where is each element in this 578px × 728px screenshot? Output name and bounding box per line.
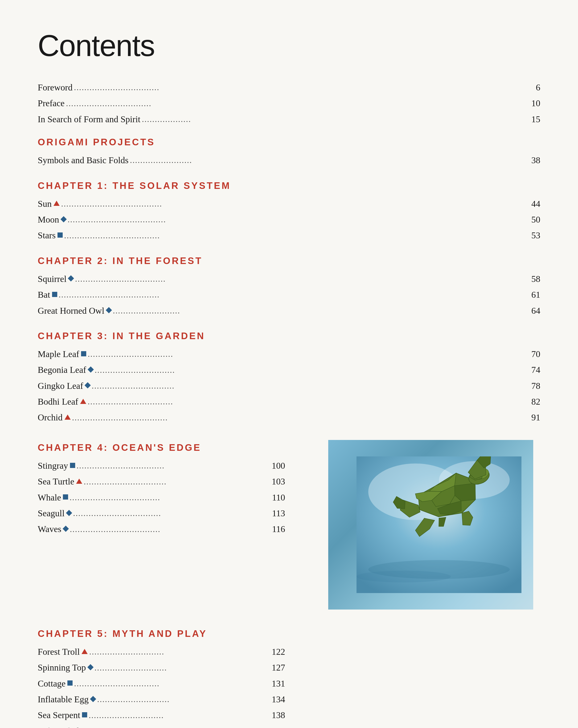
entry-label: Stars	[38, 230, 56, 241]
list-item: Foreword ...............................…	[38, 82, 540, 93]
entry-page: 82	[522, 396, 540, 408]
entry-page: 103	[266, 476, 285, 487]
chapter-heading: ORIGAMI PROJECTS	[38, 137, 540, 148]
entry-dots: ......................................	[68, 214, 520, 225]
list-item: Begonia Leaf ...........................…	[38, 364, 540, 376]
section-origami-projects: ORIGAMI PROJECTS Symbols and Basic Folds…	[38, 137, 540, 166]
entry-label: Gingko Leaf	[38, 380, 83, 392]
entry-dots: ................................	[84, 476, 265, 487]
entry-label: In Search of Form and Spirit	[38, 113, 141, 125]
list-item: Gingko Leaf ............................…	[38, 380, 540, 392]
entry-page: 53	[522, 230, 540, 241]
entry-label: Squirrel	[38, 273, 67, 285]
entry-dots: ............................	[97, 694, 265, 705]
list-item: Acknowledgements .......................…	[38, 725, 285, 728]
entry-label: Bat	[38, 289, 50, 301]
intro-entries: Foreword ...............................…	[38, 82, 540, 125]
entry-dots: .....................................	[72, 412, 520, 423]
entry-label: Sea Turtle	[38, 476, 74, 487]
list-item: Symbols and Basic Folds ................…	[38, 155, 540, 166]
entry-dots: ...................	[142, 114, 520, 125]
section-oceans-edge: CHAPTER 4: OCEAN'S EDGE Stingray .......…	[38, 438, 540, 609]
entry-label: Acknowledgements	[38, 725, 109, 728]
entry-dots: .................................	[74, 678, 265, 689]
chapter-heading: CHAPTER 2: IN THE FOREST	[38, 256, 540, 266]
entry-dots: .......................................	[59, 289, 520, 300]
list-item: Spinning Top ...........................…	[38, 662, 285, 673]
triangle-icon	[65, 415, 71, 420]
diamond-icon	[66, 510, 72, 516]
list-item: Bat ....................................…	[38, 289, 540, 301]
entry-page: 50	[522, 214, 540, 226]
list-item: Preface ................................…	[38, 98, 540, 109]
entry-page: 78	[522, 380, 540, 392]
entry-label: Sea Serpent	[38, 709, 80, 721]
entry-label: Waves	[38, 523, 61, 535]
entry-label: Orchid	[38, 412, 63, 423]
entry-page: 110	[266, 492, 285, 503]
svg-point-22	[356, 571, 451, 582]
entry-dots: .............................	[89, 710, 265, 721]
entry-label: Maple Leaf	[38, 348, 79, 360]
entry-page: 6	[522, 82, 540, 93]
turtle-illustration	[356, 457, 522, 593]
entry-label: Whale	[38, 492, 61, 503]
entry-page: 127	[266, 662, 285, 673]
list-item: Waves ..................................…	[38, 523, 285, 535]
entry-page: 38	[522, 155, 540, 166]
entry-label: Preface	[38, 98, 65, 109]
list-item: In Search of Form and Spirit ...........…	[38, 113, 540, 125]
entry-page: 70	[522, 348, 540, 360]
entry-label: Bodhi Leaf	[38, 396, 78, 408]
diamond-icon	[106, 307, 112, 313]
entry-page: 143	[266, 725, 285, 728]
diamond-icon	[90, 696, 96, 702]
entry-page: 134	[266, 694, 285, 705]
entry-dots: ..........................	[113, 305, 520, 316]
section-myth-and-play: CHAPTER 5: MYTH AND PLAY Forest Troll ..…	[38, 624, 540, 728]
chapter-heading: CHAPTER 4: OCEAN'S EDGE	[38, 442, 285, 453]
entry-label: Symbols and Basic Folds	[38, 155, 128, 166]
entry-dots: .......................................	[61, 198, 520, 209]
list-item: Sea Serpent ............................…	[38, 709, 285, 721]
triangle-icon	[81, 649, 87, 654]
entry-dots: ..................................	[73, 508, 265, 519]
entry-dots: ..................................	[77, 460, 265, 471]
list-item: Maple Leaf .............................…	[38, 348, 540, 360]
section-in-the-forest: CHAPTER 2: IN THE FOREST Squirrel ......…	[38, 256, 540, 316]
diamond-icon	[84, 382, 91, 388]
list-item: Whale ..................................…	[38, 492, 285, 503]
diamond-icon	[87, 366, 94, 372]
list-item: Cottage ................................…	[38, 678, 285, 690]
square-icon	[63, 494, 68, 499]
entry-dots: .....................................	[64, 230, 520, 241]
entry-label: Forest Troll	[38, 646, 80, 657]
entry-label: Seagull	[38, 508, 65, 519]
entry-page: 131	[266, 678, 285, 690]
diamond-icon	[68, 275, 74, 282]
entry-page: 10	[522, 98, 540, 109]
list-item: Orchid .................................…	[38, 412, 540, 423]
ocean-left: CHAPTER 4: OCEAN'S EDGE Stingray .......…	[38, 438, 285, 539]
entry-dots: ...............................	[95, 365, 520, 376]
entry-label: Stingray	[38, 460, 68, 471]
entry-dots: ................................	[92, 380, 520, 391]
entry-page: 138	[266, 709, 285, 721]
list-item: Bodhi Leaf .............................…	[38, 396, 540, 408]
triangle-icon	[76, 478, 82, 484]
entry-label: Cottage	[38, 678, 66, 690]
ocean-right	[328, 438, 540, 609]
entry-dots: .........................	[110, 726, 265, 728]
square-icon	[70, 463, 75, 468]
entry-page: 74	[522, 364, 540, 376]
entry-dots: ...................................	[70, 492, 265, 503]
entry-page: 100	[266, 460, 285, 471]
entry-dots: ........................	[130, 155, 520, 166]
list-item: Inflatable Egg .........................…	[38, 694, 285, 705]
list-item: Moon ...................................…	[38, 214, 540, 226]
entry-label: Inflatable Egg	[38, 694, 89, 705]
entry-dots: ...................................	[75, 274, 520, 285]
myth-left: CHAPTER 5: MYTH AND PLAY Forest Troll ..…	[38, 624, 285, 728]
list-item: Sun ....................................…	[38, 198, 540, 210]
entry-dots: .................................	[87, 348, 520, 360]
